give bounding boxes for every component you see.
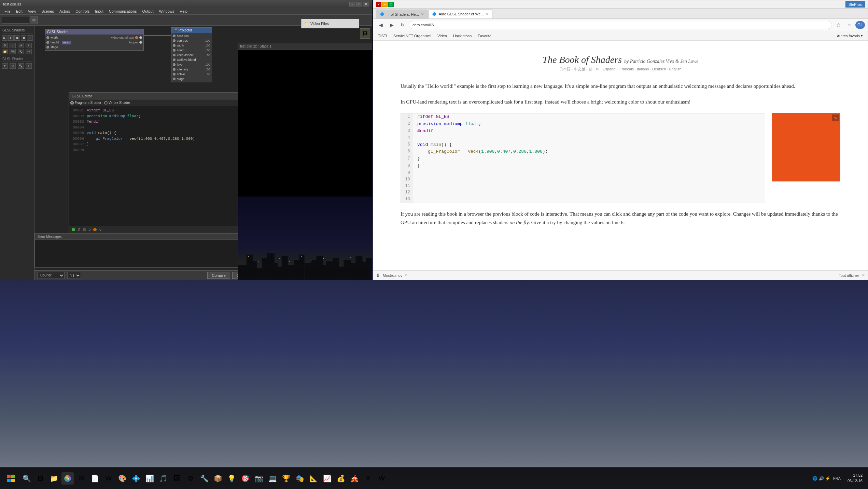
proj-port-2[interactable] [173,39,176,42]
proj-port-9[interactable] [173,73,176,76]
systray-network-icon[interactable]: 🌐 [812,476,817,481]
menu-communications[interactable]: Communications [106,9,140,14]
sidebar-icon-7[interactable]: 🔧 [18,49,24,54]
taskbar-app4-icon[interactable]: 🎵 [157,472,169,485]
menu-scenes[interactable]: Scenes [39,9,57,14]
menu-input[interactable]: Input [92,9,106,14]
port-video-out-2[interactable] [139,36,142,39]
proj-port-6[interactable] [173,58,176,61]
shader-code-block[interactable]: 1 #ifdef GL_ES 2 precision mediump float… [401,113,765,203]
glsl-shader-node[interactable]: GLSL Shader width video out vd-gpu heigh… [45,29,144,51]
taskbar-app15-icon[interactable]: 📐 [307,472,320,485]
sidebar-icon-6[interactable]: 📷 [10,49,16,54]
taskbar-app12-icon[interactable]: 💻 [266,472,279,485]
taskbar-word-icon[interactable]: W [102,472,115,485]
taskbar-app10-icon[interactable]: 🎯 [239,472,251,485]
tab-1-close[interactable]: ✕ [421,12,424,16]
menu-edit[interactable]: Edit [13,9,25,14]
proj-port-3[interactable] [173,44,176,47]
fragment-shader-radio[interactable]: Fragment Shader [70,101,101,105]
taskbar-pdf-icon[interactable]: 📄 [89,472,101,485]
browser-close-btn[interactable]: ✕ [376,2,381,7]
taskbar-files-icon[interactable]: 📁 [48,472,60,485]
taskbar-app2-icon[interactable]: 💠 [130,472,142,485]
menu-windows[interactable]: Windows [156,9,177,14]
address-bar[interactable] [409,21,832,29]
sidebar-icon-8[interactable]: ↩ [26,49,32,54]
systray-volume-icon[interactable]: 🔊 [819,476,824,481]
taskbar-app16-icon[interactable]: 📈 [321,472,333,485]
sidebar-icon-5[interactable]: 📁 [2,49,8,54]
bookmark-servizi[interactable]: Servizi NET Organismi [391,33,433,39]
proj-port-4[interactable] [173,49,176,52]
toolbar-btn-1[interactable]: ⚙ [30,16,38,24]
taskbar-app13-icon[interactable]: 🏆 [280,472,292,485]
taskbar-app3-icon[interactable]: 📊 [143,472,156,485]
taskbar-app8-icon[interactable]: 📦 [212,472,224,485]
menu-view[interactable]: View [25,9,39,14]
port-video-out[interactable] [135,36,138,39]
browser-min-btn[interactable]: – [382,2,388,7]
taskbar-taskview-icon[interactable]: ⊟ [34,472,46,485]
bookmark-video[interactable]: Video [435,33,449,39]
bookmark-btn[interactable]: ☆ [834,20,843,30]
bookmark-tisti[interactable]: TISTI [376,33,389,39]
taskbar-excel-icon[interactable]: X [362,472,374,485]
browser-max-btn[interactable]: □ [388,2,394,7]
browser-tab-1[interactable]: 🔷 ... of Shaders: He... ✕ [376,10,428,18]
font-selector[interactable]: Courier [37,272,65,279]
sidebar-btn-stop[interactable]: ⏹ [14,35,20,41]
download-close-btn[interactable]: ✕ [862,273,865,277]
systray-lang-label[interactable]: FRA [832,476,842,480]
menu-help[interactable]: Help [177,9,190,14]
forward-btn[interactable]: ▶ [387,20,396,30]
sidebar-icon-heart[interactable]: ♥ [2,63,8,69]
port-height-in[interactable] [46,41,49,44]
proj-port-1[interactable] [173,35,176,37]
taskbar-clock[interactable]: 17:52 06-12-16 [845,473,865,484]
bookmark-autres[interactable]: Autres favoris ▾ [835,33,865,39]
taskbar-app9-icon[interactable]: 💡 [225,472,238,485]
browser-tab-2[interactable]: 🔷 Aide GLSL Shader et We... ✕ [428,10,492,18]
profile-btn[interactable]: GL [855,21,865,29]
bookmark-hackintosh[interactable]: Hackintosh [451,33,474,39]
settings-btn[interactable]: ≡ [844,20,854,30]
sidebar-icon-3[interactable]: ⇄ [18,43,24,48]
size-selector[interactable]: 9 pt [67,272,81,279]
back-btn[interactable]: ◀ [376,20,386,30]
tab-2-close[interactable]: ✕ [486,12,489,16]
vertex-shader-radio[interactable]: Vertex Shader [104,101,130,105]
taskbar-app11-icon[interactable]: 📷 [253,472,265,485]
preview-expand-btn[interactable]: ⤡ [832,114,839,121]
port-width-in[interactable] [46,36,49,39]
taskbar-app7-icon[interactable]: 🔧 [198,472,210,485]
bookmark-favorite[interactable]: Favorite [476,33,493,39]
glsl-node-header[interactable]: GLSL Shader [45,29,143,35]
sidebar-btn-play[interactable]: ▶ [2,35,8,41]
start-button[interactable] [3,470,19,487]
sidebar-icon-1[interactable]: ⚙ [2,43,8,48]
sidebar-btn-rec[interactable]: ⏺ [21,35,27,41]
taskbar-app5-icon[interactable]: 🖼 [171,472,183,485]
port-trigger-out[interactable] [139,41,142,44]
reload-btn[interactable]: ↻ [398,20,407,30]
compile-button[interactable]: Compile [207,272,230,279]
taskbar-app18-icon[interactable]: 🎪 [348,472,361,485]
menu-controls[interactable]: Controls [73,9,92,14]
projector-header[interactable]: 🎬 Projector [171,28,212,33]
proj-port-7[interactable] [173,63,176,66]
proj-port-10[interactable] [173,78,176,80]
scene-input[interactable] [2,17,29,24]
close-button[interactable]: ✕ [363,2,369,6]
menu-actors[interactable]: Actors [57,9,73,14]
maximize-button[interactable]: □ [356,2,362,6]
projector-node[interactable]: 🎬 Projector horz pos vert pos 100 [171,27,212,82]
taskbar-outlook-icon[interactable]: ✉ [75,472,87,485]
menu-file[interactable]: File [2,9,13,14]
taskbar-app6-icon[interactable]: ⚙ [184,472,197,485]
sidebar-icon-2[interactable]: ↕ [10,43,16,48]
proj-port-8[interactable] [173,68,176,71]
taskbar-chrome-icon[interactable] [61,472,74,485]
proj-port-5[interactable] [173,54,176,56]
stepros-btn[interactable]: StePros [845,1,865,8]
